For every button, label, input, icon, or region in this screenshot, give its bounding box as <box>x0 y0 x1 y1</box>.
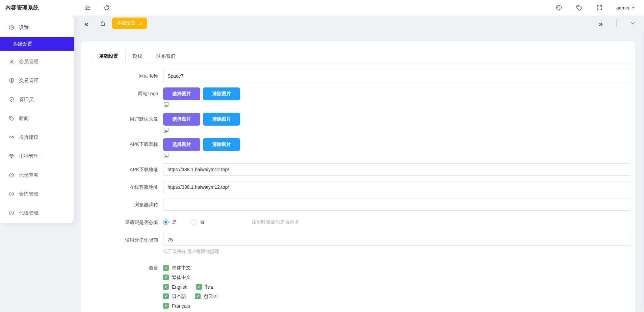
invite-hint: 注册时验证码是否必填 <box>252 219 299 225</box>
clear-image-button[interactable]: 清除图片 <box>203 113 240 126</box>
field-label: 信用分提现限制 <box>92 234 163 255</box>
sidebar-item-label: 记录查看 <box>19 172 38 178</box>
top-header: 内容管理系统 admin <box>0 0 644 16</box>
language-checkbox[interactable]: ✔Français <box>163 303 190 309</box>
checkbox-checked-icon: ✔ <box>195 293 201 299</box>
sidebar-item-settings[interactable]: 设置 <box>0 19 74 36</box>
form-row-service-url: 在线客服地址 <box>92 181 631 193</box>
language-row: ✔English✔ไทย <box>163 283 631 291</box>
gear-icon <box>9 25 15 30</box>
header-left-icons <box>84 4 110 11</box>
language-checkbox[interactable]: ✔한국어 <box>195 293 218 300</box>
language-checkbox[interactable]: ✔简体中文 <box>163 265 191 271</box>
language-checkbox[interactable]: ✔日本語 <box>163 293 186 300</box>
language-row: ✔繁体中文 <box>163 274 631 281</box>
palette-icon[interactable] <box>556 4 562 11</box>
language-checkbox[interactable]: ✔繁体中文 <box>163 275 191 281</box>
sidebar-item-agents[interactable]: 代理管理 <box>0 203 74 222</box>
radio-option-1[interactable]: 否 <box>191 219 204 225</box>
tag-icon <box>9 115 15 121</box>
divider <box>616 20 617 27</box>
radio-label: 是 <box>172 219 177 225</box>
page-tag-label: 基础设置 <box>117 20 136 26</box>
form-row-apk-icon: APK下载图标选择图片清除图片 <box>92 138 631 159</box>
tag-icon[interactable] <box>576 4 583 11</box>
upload-rows: 网站Logo选择图片清除图片用户默认头像选择图片清除图片APK下载图标选择图片清… <box>92 87 631 159</box>
close-icon[interactable]: × <box>139 21 143 26</box>
sidebar-item-label: 币种管理 <box>19 153 38 159</box>
compass-icon <box>9 172 15 178</box>
language-checkbox-rows: ✔简体中文✔繁体中文✔English✔ไทย✔日本語✔한국어✔Français <box>163 264 631 311</box>
fullscreen-icon[interactable] <box>596 4 603 11</box>
tab-contact[interactable]: 联系我们 <box>149 49 182 63</box>
browser-redirect-input[interactable] <box>163 199 631 211</box>
field-label: APK下载图标 <box>92 138 163 159</box>
language-row: ✔Français <box>163 302 631 310</box>
refresh-icon[interactable] <box>103 4 110 11</box>
select-image-button[interactable]: 选择图片 <box>163 138 200 151</box>
select-image-button[interactable]: 选择图片 <box>163 113 200 126</box>
broken-image-icon <box>163 127 170 134</box>
checkbox-checked-icon: ✔ <box>163 303 169 309</box>
sidebar-item-label: 设置 <box>19 24 29 31</box>
sidebar-item-currencies[interactable]: 币种管理 <box>0 147 74 165</box>
home-icon[interactable] <box>100 20 106 27</box>
language-checkbox[interactable]: ✔English <box>163 284 187 290</box>
credit-limit-input[interactable] <box>163 234 631 246</box>
divider <box>94 20 94 27</box>
settings-form: 网站名称 网站Logo选择图片清除图片用户默认头像选择图片清除图片APK下载图标… <box>92 70 631 311</box>
apk-url-input[interactable] <box>163 163 631 176</box>
form-row-default-avatar: 用户默认头像选择图片清除图片 <box>92 113 631 134</box>
language-checkbox[interactable]: ✔ไทย <box>196 283 213 291</box>
tags-bar-right: » <box>599 20 636 27</box>
page-scrollbar[interactable] <box>641 32 643 310</box>
checkbox-checked-icon: ✔ <box>163 293 169 299</box>
sidebar-item-label: 会员管理 <box>19 58 38 65</box>
app-title: 内容管理系统 <box>0 4 74 11</box>
sidebar-subitem-basic-settings[interactable]: 基础设置 <box>0 37 74 51</box>
settings-card: 基础设置期权联系我们 网站名称 网站Logo选择图片清除图片用户默认头像选择图片… <box>81 41 635 312</box>
sidebar-item-members[interactable]: 会员管理 <box>0 52 74 71</box>
form-row-languages: 语言 ✔简体中文✔繁体中文✔English✔ไทย✔日本語✔한국어✔França… <box>92 264 631 311</box>
page-tag[interactable]: 基础设置 × <box>112 18 147 29</box>
clear-image-button[interactable]: 清除图片 <box>203 87 240 100</box>
sidebar-menu: 设置基础设置会员管理交易管理管理员新闻投拆建议币种管理记录查看合约管理代理管理 <box>0 19 74 222</box>
checkbox-label: English <box>172 284 187 290</box>
broken-image-icon <box>163 102 170 109</box>
sidebar-item-feedback[interactable]: 投拆建议 <box>0 128 74 147</box>
radio-label: 否 <box>200 219 204 225</box>
sidebar-item-label: 交易管理 <box>19 77 38 84</box>
select-image-button[interactable]: 选择图片 <box>163 87 200 100</box>
menu-fold-icon[interactable] <box>84 4 91 11</box>
sidebar-item-news[interactable]: 新闻 <box>0 109 74 128</box>
collapse-right-icon[interactable]: » <box>599 20 603 27</box>
header-right-icons: admin <box>556 4 644 11</box>
checkbox-label: 한국어 <box>204 293 218 300</box>
tab-basic[interactable]: 基础设置 <box>92 49 126 63</box>
shield-icon <box>9 97 15 102</box>
radio-option-0[interactable]: 是 <box>163 219 177 225</box>
site-name-input[interactable] <box>163 70 631 82</box>
field-label: 网站Logo <box>92 87 163 109</box>
sidebar-item-label: 投拆建议 <box>19 134 38 140</box>
checkbox-label: 繁体中文 <box>172 275 191 281</box>
tabs-bar: 基础设置期权联系我们 <box>92 49 631 63</box>
credit-limit-hint: 低于该积分 用户将限制提现 <box>163 249 631 255</box>
form-row-site-name: 网站名称 <box>92 70 631 82</box>
sidebar-item-records[interactable]: 记录查看 <box>0 165 74 184</box>
tags-bar: « 基础设置 × » <box>74 16 644 31</box>
sidebar-item-contracts[interactable]: 合约管理 <box>0 184 74 203</box>
collapse-left-icon[interactable]: « <box>84 20 88 27</box>
radio-circle-icon <box>191 219 196 225</box>
user-menu[interactable]: admin <box>616 5 635 10</box>
service-url-input[interactable] <box>163 181 631 193</box>
tab-options[interactable]: 期权 <box>126 49 149 63</box>
form-row-apk-url: APK下载地址 <box>92 163 631 176</box>
sidebar-item-trades[interactable]: 交易管理 <box>0 71 74 90</box>
chevron-down-icon[interactable] <box>630 21 636 26</box>
sidebar-item-admins[interactable]: 管理员 <box>0 90 74 109</box>
clear-image-button[interactable]: 清除图片 <box>203 138 240 151</box>
caret-down-icon <box>632 6 635 10</box>
infinity-icon <box>9 134 15 140</box>
field-label: APK下载地址 <box>92 163 163 176</box>
